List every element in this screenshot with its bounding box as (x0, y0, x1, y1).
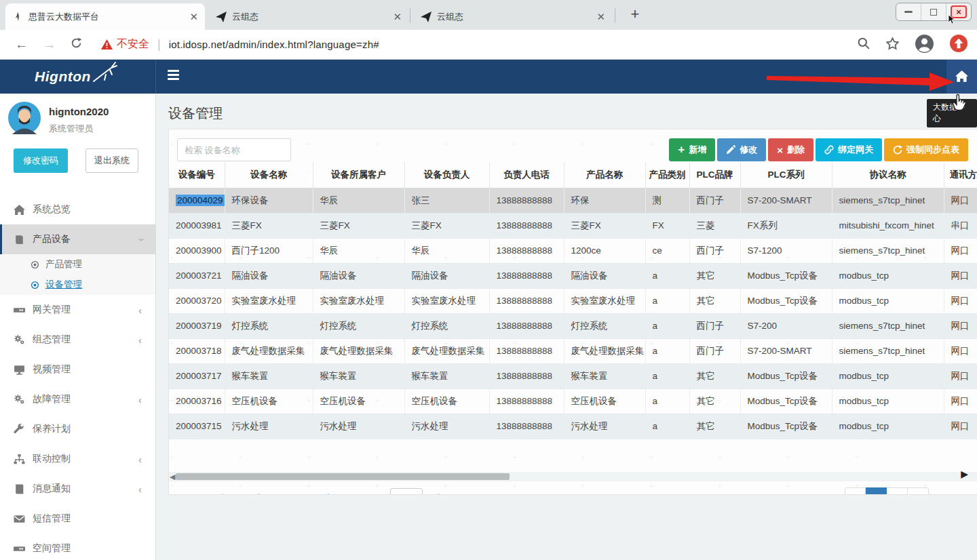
toolbar-button-label: 新增 (689, 144, 706, 156)
toolbar-button-修改[interactable]: 修改 (717, 138, 766, 161)
sidebar-toggle-button[interactable] (168, 70, 179, 82)
column-header-设备编号[interactable]: 设备编号 (169, 162, 225, 188)
column-header-负责人电话[interactable]: 负责人电话 (489, 162, 564, 188)
table-row[interactable]: 200003719灯控系统灯控系统灯控系统13888888888灯控系统a西门子… (169, 313, 977, 338)
back-icon[interactable]: ← (15, 37, 28, 52)
sidebar-item-组态管理[interactable]: 组态管理‹ (0, 325, 155, 355)
sidebar-item-视频管理[interactable]: 视频管理 (0, 355, 155, 384)
submenu: 产品管理设备管理 (0, 254, 155, 295)
toolbar-button-label: 绑定网关 (838, 144, 873, 156)
profile-avatar-icon[interactable] (915, 35, 934, 56)
toolbar-button-强制同步点表[interactable]: 强制同步点表 (884, 138, 968, 161)
sidebar-item-短信管理[interactable]: 短信管理 (0, 504, 155, 534)
sidebar-subitem-产品管理[interactable]: 产品管理 (0, 254, 155, 275)
table-cell: Modbus_Tcp设备 (740, 263, 832, 288)
table-row[interactable]: 200003717猴车装置猴车装置猴车装置13888888888猴车装置a其它M… (169, 363, 977, 388)
forward-icon[interactable]: → (43, 37, 56, 52)
browser-tab[interactable]: 云组态✕ (414, 3, 612, 30)
table-row[interactable]: 200003900西门子1200华辰华辰138888888881200cece西… (169, 238, 977, 263)
prev-page-button[interactable]: ‹ (845, 487, 866, 495)
window-minimize-button[interactable] (896, 3, 921, 20)
column-header-PLC系列[interactable]: PLC系列 (740, 162, 832, 188)
bigdata-home-button[interactable] (946, 60, 977, 94)
tab-close-icon[interactable]: ✕ (189, 11, 198, 23)
reload-icon[interactable] (71, 37, 82, 52)
scroll-right-icon[interactable]: ▶ (961, 469, 968, 479)
table-row[interactable]: 200003718废气处理数据采集废气处理数据采集废气处理数据采集1388888… (169, 338, 977, 363)
browser-update-icon[interactable] (950, 35, 968, 55)
tab-close-icon[interactable]: ✕ (393, 11, 402, 23)
device-panel: + + + + + + + + + + + + + + + + + + + + … (168, 129, 977, 495)
sidebar-item-空间管理[interactable]: 空间管理 (0, 534, 155, 560)
tab-separator (410, 8, 410, 23)
scroll-left-icon[interactable]: ◀ (170, 472, 175, 481)
url-text[interactable]: iot.idosp.net/admin/index.html?language=… (169, 39, 379, 50)
table-cell: 13888888888 (489, 338, 564, 363)
column-header-产品名称[interactable]: 产品名称 (564, 162, 645, 188)
window-restore-button[interactable] (921, 3, 946, 20)
table-cell: 实验室废水处理 (313, 288, 404, 313)
page-size-select[interactable]: 10 ▲ (390, 488, 423, 495)
table-cell: 污水处理 (313, 414, 404, 439)
column-header-设备所属客户[interactable]: 设备所属客户 (313, 162, 404, 188)
pagination-bar: 显示第 1 到第 10 条记录，总共 11 条记录 每页显示 10 ▲ 条记录 … (177, 487, 971, 495)
sidebar-item-消息通知[interactable]: 消息通知‹ (0, 474, 155, 504)
sidebar-item-网关管理[interactable]: 网关管理‹ (0, 295, 155, 325)
table-cell: 三菱FX (225, 213, 313, 238)
sidebar-subitem-设备管理[interactable]: 设备管理 (0, 275, 155, 295)
toolbar-button-新增[interactable]: +新增 (669, 138, 715, 161)
tab-close-icon[interactable]: ✕ (596, 11, 605, 23)
column-header-产品类别[interactable]: 产品类别 (645, 162, 689, 188)
restore-icon (930, 9, 937, 16)
page-button-1[interactable]: 1 (866, 487, 887, 495)
sidebar-item-label: 故障管理 (33, 393, 71, 405)
browser-tab[interactable]: 思普云大数据平台✕ (5, 3, 205, 30)
change-password-button[interactable]: 修改密码 (14, 148, 68, 173)
window-close-button[interactable]: × (946, 3, 971, 20)
bookmark-star-icon[interactable] (886, 37, 899, 53)
search-input[interactable] (177, 138, 291, 161)
sidebar-item-故障管理[interactable]: 故障管理‹ (0, 384, 155, 414)
sidebar-item-联动控制[interactable]: 联动控制‹ (0, 444, 155, 474)
table-cell: 猴车装置 (225, 363, 313, 388)
window-controls: × (896, 3, 972, 21)
table-row[interactable]: 200003721隔油设备隔油设备隔油设备13888888888隔油设备a其它M… (169, 263, 977, 288)
sidebar-item-label: 系统总览 (33, 203, 71, 216)
horizontal-scrollbar[interactable]: ◀ ▶ (169, 472, 977, 481)
column-header-设备名称[interactable]: 设备名称 (225, 162, 313, 188)
sidebar-item-系统总览[interactable]: 系统总览 (0, 195, 155, 224)
sidebar-item-产品设备[interactable]: 产品设备‹ (0, 224, 155, 254)
table-cell: 13888888888 (489, 188, 564, 213)
zoom-icon[interactable] (858, 37, 870, 52)
table-row[interactable]: 200004029环保设备华辰张三13888888888环保测西门子S7-200… (169, 188, 977, 213)
new-tab-button[interactable]: + (626, 5, 645, 24)
toolbar-button-绑定网关[interactable]: 绑定网关 (816, 138, 882, 161)
column-header-协议名称[interactable]: 协议名称 (832, 162, 944, 188)
table-cell: 废气处理数据采集 (313, 338, 404, 363)
table-cell: 张三 (404, 188, 489, 213)
table-row[interactable]: 200003720实验室废水处理实验室废水处理实验室废水处理1388888888… (169, 288, 977, 313)
table-cell: 13888888888 (489, 313, 564, 338)
table-cell: 200003981 (169, 213, 225, 238)
table-cell: 三菱 (689, 213, 740, 238)
browser-tab[interactable]: 云组态✕ (209, 3, 408, 30)
toolbar-button-删除[interactable]: ×删除 (768, 138, 813, 161)
page-button-2[interactable]: 2 (887, 487, 908, 495)
product-icon (14, 234, 25, 245)
table-cell: 空压机设备 (225, 388, 313, 414)
table-row[interactable]: 200003981三菱FX三菱FX三菱FX13888888888三菱FXFX三菱… (169, 213, 977, 238)
table-row[interactable]: 200003715污水处理污水处理污水处理13888888888污水处理a其它M… (169, 414, 977, 439)
column-header-通讯方式[interactable]: 通讯方式 (944, 162, 977, 188)
scrollbar-thumb[interactable] (176, 473, 510, 480)
column-header-设备负责人[interactable]: 设备负责人 (404, 162, 489, 188)
logout-button[interactable]: 退出系统 (85, 148, 138, 173)
warning-triangle-icon (101, 39, 113, 49)
table-cell: siemens_s7tcp_hinet (832, 338, 944, 363)
next-page-button[interactable]: › (908, 487, 929, 495)
sidebar-item-label: 保养计划 (33, 423, 71, 435)
sidebar: hignton2020 系统管理员 修改密码 退出系统 系统总览产品设备‹产品管… (0, 94, 156, 560)
sidebar-item-保养计划[interactable]: 保养计划 (0, 414, 155, 444)
column-header-PLC品牌[interactable]: PLC品牌 (689, 162, 740, 188)
table-row[interactable]: 200003716空压机设备空压机设备空压机设备13888888888空压机设备… (169, 388, 977, 414)
security-warning[interactable]: 不安全 (101, 37, 149, 52)
